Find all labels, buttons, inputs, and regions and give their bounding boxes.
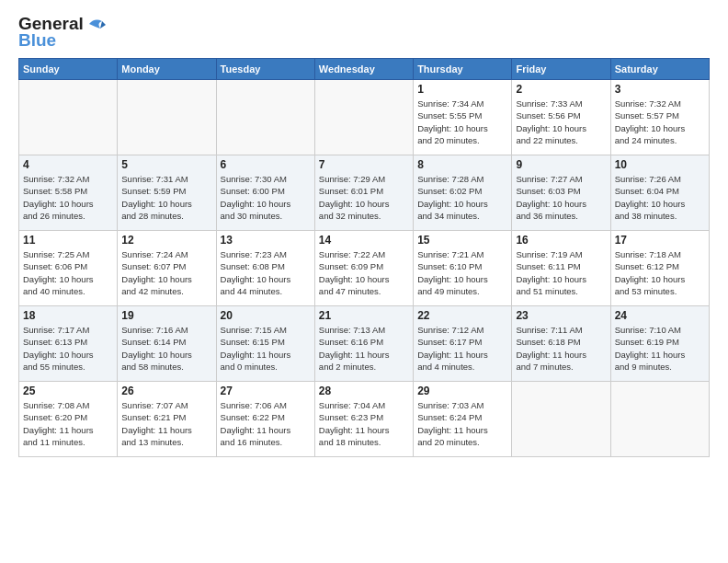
calendar-cell	[314, 80, 413, 155]
calendar-week-4: 18Sunrise: 7:17 AMSunset: 6:13 PMDayligh…	[19, 306, 710, 382]
day-number: 3	[615, 83, 705, 96]
day-info: Sunrise: 7:07 AMSunset: 6:21 PMDaylight:…	[121, 399, 211, 448]
calendar-cell: 8Sunrise: 7:28 AMSunset: 6:02 PMDaylight…	[414, 155, 512, 231]
day-info: Sunrise: 7:22 AMSunset: 6:09 PMDaylight:…	[319, 248, 409, 297]
day-number: 1	[417, 83, 507, 96]
day-info: Sunrise: 7:33 AMSunset: 5:56 PMDaylight:…	[516, 98, 606, 146]
calendar-cell: 23Sunrise: 7:11 AMSunset: 6:18 PMDayligh…	[512, 306, 610, 382]
calendar-cell: 22Sunrise: 7:12 AMSunset: 6:17 PMDayligh…	[414, 306, 512, 382]
calendar-cell: 6Sunrise: 7:30 AMSunset: 6:00 PMDaylight…	[216, 155, 314, 231]
day-info: Sunrise: 7:31 AMSunset: 5:59 PMDaylight:…	[121, 173, 211, 222]
day-number: 4	[23, 158, 113, 171]
day-info: Sunrise: 7:32 AMSunset: 5:57 PMDaylight:…	[615, 98, 705, 146]
col-header-friday: Friday	[512, 59, 610, 80]
calendar-header-row: SundayMondayTuesdayWednesdayThursdayFrid…	[19, 59, 710, 80]
day-number: 20	[221, 309, 311, 322]
day-number: 16	[516, 234, 606, 247]
day-number: 5	[121, 158, 211, 171]
calendar-week-2: 4Sunrise: 7:32 AMSunset: 5:58 PMDaylight…	[19, 155, 710, 231]
logo-blue: Blue	[18, 30, 56, 51]
calendar-cell: 3Sunrise: 7:32 AMSunset: 5:57 PMDaylight…	[610, 80, 709, 155]
day-info: Sunrise: 7:04 AMSunset: 6:23 PMDaylight:…	[319, 399, 409, 448]
header: General Blue	[18, 14, 710, 51]
day-number: 15	[417, 234, 507, 247]
calendar-cell	[512, 382, 610, 457]
day-number: 2	[516, 83, 606, 96]
calendar-cell: 28Sunrise: 7:04 AMSunset: 6:23 PMDayligh…	[314, 382, 413, 457]
calendar-cell: 27Sunrise: 7:06 AMSunset: 6:22 PMDayligh…	[216, 382, 314, 457]
calendar-cell: 13Sunrise: 7:23 AMSunset: 6:08 PMDayligh…	[216, 231, 314, 306]
day-number: 29	[417, 385, 507, 397]
day-info: Sunrise: 7:10 AMSunset: 6:19 PMDaylight:…	[615, 324, 705, 373]
day-number: 21	[319, 309, 409, 322]
day-number: 22	[417, 309, 507, 322]
calendar-cell	[19, 80, 118, 155]
day-info: Sunrise: 7:28 AMSunset: 6:02 PMDaylight:…	[417, 173, 507, 222]
col-header-thursday: Thursday	[414, 59, 512, 80]
day-number: 24	[615, 309, 705, 322]
calendar-cell: 29Sunrise: 7:03 AMSunset: 6:24 PMDayligh…	[414, 382, 512, 457]
day-info: Sunrise: 7:16 AMSunset: 6:14 PMDaylight:…	[121, 324, 211, 373]
day-info: Sunrise: 7:32 AMSunset: 5:58 PMDaylight:…	[23, 173, 113, 222]
col-header-saturday: Saturday	[610, 59, 709, 80]
day-info: Sunrise: 7:17 AMSunset: 6:13 PMDaylight:…	[23, 324, 113, 373]
calendar-cell: 24Sunrise: 7:10 AMSunset: 6:19 PMDayligh…	[610, 306, 709, 382]
calendar-cell	[118, 80, 216, 155]
calendar-cell: 19Sunrise: 7:16 AMSunset: 6:14 PMDayligh…	[118, 306, 216, 382]
day-info: Sunrise: 7:24 AMSunset: 6:07 PMDaylight:…	[121, 248, 211, 297]
col-header-wednesday: Wednesday	[314, 59, 413, 80]
day-number: 13	[221, 234, 311, 247]
calendar-cell: 4Sunrise: 7:32 AMSunset: 5:58 PMDaylight…	[19, 155, 118, 231]
day-number: 8	[417, 158, 507, 171]
day-number: 14	[319, 234, 409, 247]
day-info: Sunrise: 7:19 AMSunset: 6:11 PMDaylight:…	[516, 248, 606, 297]
day-info: Sunrise: 7:11 AMSunset: 6:18 PMDaylight:…	[516, 324, 606, 373]
calendar-cell: 26Sunrise: 7:07 AMSunset: 6:21 PMDayligh…	[118, 382, 216, 457]
calendar-week-5: 25Sunrise: 7:08 AMSunset: 6:20 PMDayligh…	[19, 382, 710, 457]
calendar-cell: 1Sunrise: 7:34 AMSunset: 5:55 PMDaylight…	[414, 80, 512, 155]
col-header-sunday: Sunday	[19, 59, 118, 80]
calendar-week-1: 1Sunrise: 7:34 AMSunset: 5:55 PMDaylight…	[19, 80, 710, 155]
calendar-cell: 17Sunrise: 7:18 AMSunset: 6:12 PMDayligh…	[610, 231, 709, 306]
calendar-table: SundayMondayTuesdayWednesdayThursdayFrid…	[18, 58, 710, 457]
day-number: 27	[221, 385, 311, 397]
page-container: General Blue SundayMondayTuesdayWednesda…	[0, 0, 728, 466]
day-info: Sunrise: 7:08 AMSunset: 6:20 PMDaylight:…	[23, 399, 113, 448]
day-info: Sunrise: 7:18 AMSunset: 6:12 PMDaylight:…	[615, 248, 705, 297]
calendar-cell: 2Sunrise: 7:33 AMSunset: 5:56 PMDaylight…	[512, 80, 610, 155]
day-number: 10	[615, 158, 705, 171]
day-number: 12	[121, 234, 211, 247]
day-number: 25	[23, 385, 113, 397]
day-number: 26	[121, 385, 211, 397]
logo-bird-icon	[84, 14, 109, 34]
day-number: 18	[23, 309, 113, 322]
calendar-cell: 10Sunrise: 7:26 AMSunset: 6:04 PMDayligh…	[610, 155, 709, 231]
calendar-cell: 9Sunrise: 7:27 AMSunset: 6:03 PMDaylight…	[512, 155, 610, 231]
day-info: Sunrise: 7:29 AMSunset: 6:01 PMDaylight:…	[319, 173, 409, 222]
day-info: Sunrise: 7:03 AMSunset: 6:24 PMDaylight:…	[417, 399, 507, 448]
calendar-cell	[610, 382, 709, 457]
calendar-cell: 16Sunrise: 7:19 AMSunset: 6:11 PMDayligh…	[512, 231, 610, 306]
calendar-cell: 12Sunrise: 7:24 AMSunset: 6:07 PMDayligh…	[118, 231, 216, 306]
day-number: 9	[516, 158, 606, 171]
day-info: Sunrise: 7:21 AMSunset: 6:10 PMDaylight:…	[417, 248, 507, 297]
col-header-tuesday: Tuesday	[216, 59, 314, 80]
day-info: Sunrise: 7:23 AMSunset: 6:08 PMDaylight:…	[221, 248, 311, 297]
day-number: 17	[615, 234, 705, 247]
day-number: 23	[516, 309, 606, 322]
calendar-cell: 14Sunrise: 7:22 AMSunset: 6:09 PMDayligh…	[314, 231, 413, 306]
day-number: 7	[319, 158, 409, 171]
calendar-cell: 7Sunrise: 7:29 AMSunset: 6:01 PMDaylight…	[314, 155, 413, 231]
day-info: Sunrise: 7:30 AMSunset: 6:00 PMDaylight:…	[221, 173, 311, 222]
calendar-cell: 25Sunrise: 7:08 AMSunset: 6:20 PMDayligh…	[19, 382, 118, 457]
day-info: Sunrise: 7:12 AMSunset: 6:17 PMDaylight:…	[417, 324, 507, 373]
calendar-cell: 18Sunrise: 7:17 AMSunset: 6:13 PMDayligh…	[19, 306, 118, 382]
calendar-cell: 5Sunrise: 7:31 AMSunset: 5:59 PMDaylight…	[118, 155, 216, 231]
calendar-cell: 21Sunrise: 7:13 AMSunset: 6:16 PMDayligh…	[314, 306, 413, 382]
day-info: Sunrise: 7:15 AMSunset: 6:15 PMDaylight:…	[221, 324, 311, 373]
day-info: Sunrise: 7:34 AMSunset: 5:55 PMDaylight:…	[417, 98, 507, 146]
logo: General Blue	[18, 14, 109, 51]
calendar-cell: 11Sunrise: 7:25 AMSunset: 6:06 PMDayligh…	[19, 231, 118, 306]
day-number: 6	[221, 158, 311, 171]
col-header-monday: Monday	[118, 59, 216, 80]
